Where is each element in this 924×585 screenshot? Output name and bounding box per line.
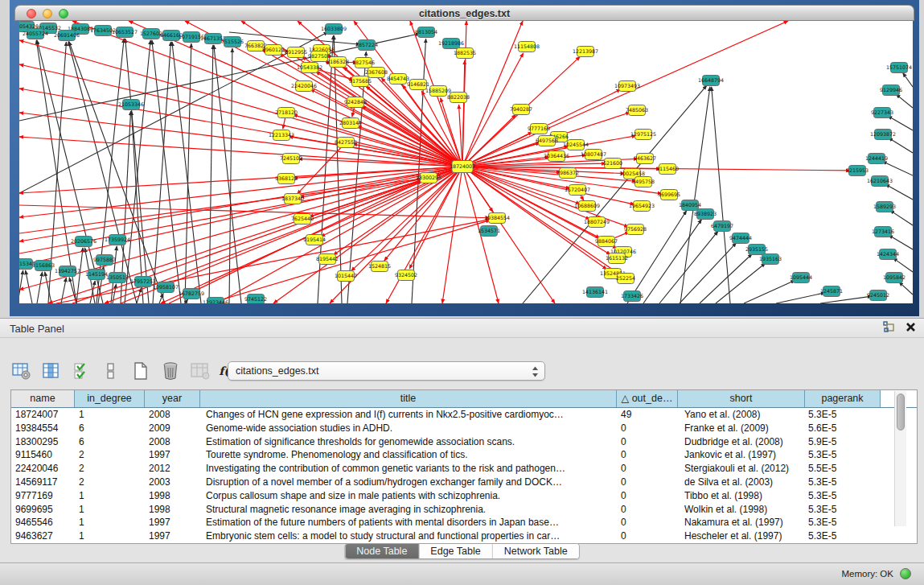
cell-pagerank[interactable]: 5.3E-5 [805, 476, 881, 489]
cell-in_degree[interactable]: 1 [75, 489, 145, 503]
graph-edge-red[interactable] [462, 21, 523, 167]
row-height-icon[interactable] [101, 360, 121, 381]
table-rows[interactable]: 1872400712008Changes of HCN gene express… [11, 408, 917, 543]
cell-year[interactable]: 1997 [145, 448, 200, 462]
tab-edge-table[interactable]: Edge Table [419, 544, 492, 558]
cell-pagerank[interactable]: 5.3E-5 [805, 529, 881, 543]
table-row[interactable]: 946554611997Estimation of the future num… [11, 516, 917, 529]
cell-in_degree[interactable]: 2 [75, 448, 145, 462]
cell-title[interactable]: Structural magnetic resonance image aver… [200, 503, 617, 517]
cell-out_degree[interactable]: 0 [617, 516, 678, 529]
graph-edge-black[interactable] [820, 296, 872, 303]
cell-year[interactable]: 1998 [145, 503, 200, 517]
graph-edge-black[interactable] [889, 138, 913, 153]
cell-pagerank[interactable]: 5.3E-5 [805, 516, 881, 529]
cell-short[interactable]: Dudbridge et al. (2008) [678, 435, 805, 449]
graph-edge-red[interactable] [333, 167, 462, 255]
cell-title[interactable]: Corpus callosum shape and size in male p… [200, 489, 617, 503]
cell-year[interactable]: 1997 [145, 529, 200, 543]
cell-out_degree[interactable]: 0 [617, 422, 678, 435]
graph-edge-black[interactable] [893, 258, 913, 272]
cell-title[interactable]: Investigating the contribution of common… [200, 462, 617, 476]
cell-out_degree[interactable]: 0 [617, 489, 678, 503]
tab-node-table[interactable]: Node Table [345, 544, 419, 558]
cell-pagerank[interactable]: 5.6E-5 [805, 422, 881, 435]
tab-network-table[interactable]: Network Table [493, 544, 579, 558]
cell-title[interactable]: Tourette syndrome. Phenomenology and cla… [200, 448, 617, 462]
graph-edge-black[interactable] [776, 293, 825, 303]
cell-name[interactable]: 9463627 [11, 529, 75, 543]
table-row[interactable]: 1830029562008Estimation of significance … [11, 435, 917, 449]
graph-edge-red[interactable] [19, 40, 462, 167]
cell-title[interactable]: Changes of HCN gene expression and I(f) … [200, 408, 617, 422]
cell-out_degree[interactable]: 0 [617, 435, 678, 449]
cell-in_degree[interactable]: 6 [75, 422, 145, 435]
cell-year[interactable]: 1998 [145, 489, 200, 503]
graph-edge-black[interactable] [185, 43, 191, 303]
cell-in_degree[interactable]: 6 [75, 435, 145, 449]
cell-title[interactable]: Estimation of the future numbers of pati… [200, 516, 617, 529]
graph-edge-red[interactable] [310, 89, 462, 167]
graph-edge-red[interactable] [209, 220, 490, 303]
cell-year[interactable]: 2008 [145, 408, 200, 422]
graph-edge-red[interactable] [273, 167, 462, 303]
close-panel-icon[interactable] [906, 322, 916, 332]
table-row[interactable]: 2242004622012Investigating the contribut… [11, 462, 917, 476]
graph-edge-black[interactable] [680, 87, 710, 303]
graph-edge-black[interactable] [209, 45, 213, 303]
cell-out_degree[interactable]: 0 [617, 503, 678, 517]
cell-title[interactable]: Genome-wide association studies in ADHD. [200, 422, 617, 435]
graph-edge-black[interactable] [76, 248, 83, 303]
cell-short[interactable]: Stergiakouli et al. (2012) [678, 462, 805, 476]
select-mode-icon[interactable] [71, 360, 92, 381]
table-row[interactable]: 1872400712008Changes of HCN gene express… [11, 408, 917, 422]
cell-year[interactable]: 2003 [145, 476, 200, 489]
cell-name[interactable]: 22420046 [11, 462, 75, 476]
table-row[interactable]: 969969511998Structural magnetic resonanc… [11, 503, 917, 517]
cell-name[interactable]: 9699695 [11, 503, 75, 517]
cell-name[interactable]: 19384554 [11, 422, 75, 435]
cell-title[interactable]: Disruption of a novel member of a sodium… [200, 476, 617, 489]
graph-edge-black[interactable] [69, 42, 165, 303]
memory-ok-indicator-icon[interactable] [900, 568, 911, 579]
cell-in_degree[interactable]: 2 [75, 462, 145, 476]
graph-edge-black[interactable] [712, 87, 730, 303]
graph-edge-red[interactable] [19, 179, 421, 233]
delete-table-icon[interactable] [160, 360, 181, 381]
cell-in_degree[interactable]: 2 [75, 476, 145, 489]
cell-in_degree[interactable]: 1 [75, 516, 145, 529]
cell-title[interactable]: Embryonic stem cells: a model to study s… [200, 529, 617, 543]
cell-out_degree[interactable]: 49 [617, 408, 678, 422]
column-header-name[interactable]: name [11, 390, 75, 407]
cell-title[interactable]: Estimation of significance thresholds fo… [200, 435, 617, 449]
cell-year[interactable]: 1997 [145, 516, 200, 529]
graph-edge-black[interactable] [882, 161, 913, 175]
cell-in_degree[interactable]: 1 [75, 408, 145, 422]
cell-year[interactable]: 2009 [145, 422, 200, 435]
cell-short[interactable]: de Silva et al. (2003) [678, 476, 805, 489]
cell-short[interactable]: Jankovic et al. (1997) [678, 448, 805, 462]
cell-name[interactable]: 9777169 [11, 489, 75, 503]
column-header-year[interactable]: year [145, 390, 200, 407]
new-document-icon[interactable] [130, 360, 151, 381]
cell-in_degree[interactable]: 1 [75, 503, 145, 517]
graph-edge-black[interactable] [890, 210, 913, 225]
cell-year[interactable]: 2012 [145, 462, 200, 476]
cell-short[interactable]: Yano et al. (2008) [678, 408, 805, 422]
cell-out_degree[interactable]: 0 [617, 448, 678, 462]
graph-edge-black[interactable] [888, 116, 913, 130]
column-header-pagerank[interactable]: pagerank [805, 390, 881, 407]
cell-name[interactable]: 18300295 [11, 435, 75, 449]
graph-edge-red[interactable] [386, 167, 462, 303]
graph-edge-black[interactable] [885, 184, 913, 200]
node-attribute-table[interactable]: name in_degree year title △ out_de… shor… [10, 389, 918, 544]
column-header-title[interactable]: title [200, 390, 617, 407]
cell-name[interactable]: 14569117 [11, 476, 75, 489]
table-vertical-scrollbar[interactable] [894, 391, 906, 526]
graph-edge-black[interactable] [19, 270, 23, 303]
graph-edge-black[interactable] [700, 253, 752, 303]
column-settings-icon[interactable] [41, 360, 62, 381]
cell-pagerank[interactable]: 5.3E-5 [805, 408, 881, 422]
cell-year[interactable]: 2008 [145, 435, 200, 449]
network-graph[interactable]: 1872400716054320201455321884308017634502… [19, 21, 913, 303]
